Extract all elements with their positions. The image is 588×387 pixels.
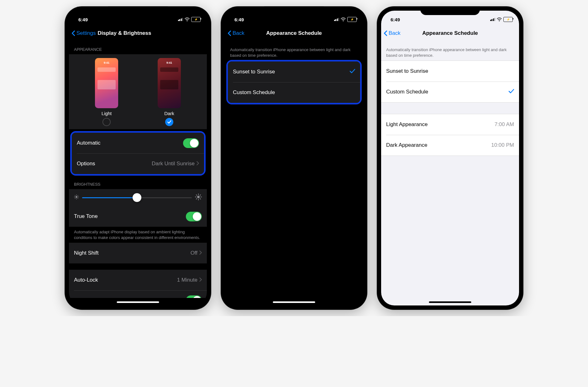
phone-display-brightness: 6:49 ⚡ Settings Display & Brightness APP… (65, 6, 211, 310)
back-button[interactable]: Settings (71, 30, 96, 36)
battery-icon: ⚡ (503, 17, 513, 22)
automatic-row[interactable]: Automatic (72, 133, 204, 153)
nightshift-row[interactable]: Night Shift Off (69, 243, 207, 263)
status-time: 6:49 (75, 17, 88, 22)
sunset-label: Sunset to Sunrise (386, 68, 428, 74)
truetone-row[interactable]: True Tone (69, 206, 207, 227)
dark-preview-thumb: 9:41 (158, 58, 181, 108)
home-indicator[interactable] (117, 301, 159, 303)
automatic-label: Automatic (77, 140, 101, 146)
battery-icon: ⚡ (191, 17, 201, 22)
partial-toggle[interactable] (186, 295, 202, 298)
notch (420, 6, 480, 15)
battery-icon: ⚡ (347, 17, 357, 22)
cellular-icon (334, 18, 339, 21)
checkmark-icon (508, 88, 514, 96)
schedule-intro: Automatically transition iPhone appearan… (381, 40, 519, 61)
back-button[interactable]: Back (384, 30, 401, 36)
light-appearance-time: 7:00 AM (495, 121, 514, 128)
options-row[interactable]: Options Dark Until Sunrise (72, 153, 204, 174)
sunset-label: Sunset to Sunrise (233, 69, 275, 75)
notch (264, 6, 324, 15)
sun-small-icon (74, 194, 79, 201)
cellular-icon (178, 18, 183, 21)
nightshift-label: Night Shift (74, 250, 98, 256)
page-title: Display & Brightness (97, 30, 151, 36)
sun-large-icon (195, 194, 202, 202)
home-indicator[interactable] (429, 301, 471, 303)
highlight-automatic: Automatic Options Dark Until Sunrise (70, 131, 206, 176)
dark-appearance-label: Dark Appearance (386, 142, 427, 148)
truetone-footer: Automatically adapt iPhone display based… (69, 227, 207, 243)
status-time: 6:49 (231, 17, 244, 22)
phone-appearance-schedule-dark: 6:49 ⚡ Back Appearance Schedule Automati… (221, 6, 367, 310)
sunset-to-sunrise-row[interactable]: Sunset to Sunrise (228, 61, 360, 82)
light-appearance-row[interactable]: Light Appearance 7:00 AM (381, 114, 519, 135)
back-label: Back (389, 30, 401, 36)
status-time: 6:49 (387, 17, 400, 22)
cellular-icon (490, 18, 496, 21)
back-button[interactable]: Back (228, 30, 244, 36)
chevron-right-icon (197, 161, 199, 167)
appearance-light-option[interactable]: 9:41 Light (95, 58, 118, 126)
dark-label: Dark (158, 111, 181, 116)
autolock-value: 1 Minute (177, 277, 197, 283)
truetone-label: True Tone (74, 213, 98, 220)
autolock-row[interactable]: Auto-Lock 1 Minute (69, 270, 207, 290)
checkmark-icon (349, 68, 355, 76)
appearance-dark-option[interactable]: 9:41 Dark (158, 58, 181, 126)
chevron-right-icon (199, 250, 202, 256)
highlight-schedule: Sunset to Sunrise Custom Schedule (226, 60, 362, 104)
custom-schedule-row[interactable]: Custom Schedule (228, 82, 360, 103)
light-radio[interactable] (102, 118, 111, 126)
page-title: Appearance Schedule (225, 30, 363, 36)
brightness-slider[interactable] (82, 197, 192, 198)
chevron-left-icon (384, 30, 387, 36)
options-value: Dark Until Sunrise (152, 161, 195, 167)
wifi-icon (185, 17, 190, 22)
dark-appearance-time: 10:00 PM (491, 142, 514, 148)
automatic-toggle[interactable] (183, 138, 199, 148)
page-title: Appearance Schedule (381, 30, 519, 36)
truetone-toggle[interactable] (186, 212, 202, 221)
dark-radio[interactable] (165, 118, 173, 126)
back-label: Back (233, 30, 244, 36)
sunset-to-sunrise-row[interactable]: Sunset to Sunrise (381, 61, 519, 82)
wifi-icon (497, 17, 502, 22)
schedule-intro: Automatically transition iPhone appearan… (225, 40, 363, 61)
custom-label: Custom Schedule (386, 89, 428, 95)
chevron-left-icon (71, 30, 75, 36)
home-indicator[interactable] (273, 301, 315, 303)
options-label: Options (77, 161, 95, 167)
nav-bar: Back Appearance Schedule (381, 26, 519, 40)
custom-schedule-row[interactable]: Custom Schedule (381, 82, 519, 102)
appearance-header: APPEARANCE (69, 40, 207, 54)
notch (108, 6, 168, 15)
phone-appearance-schedule-light: 6:49 ⚡ Back Appearance Schedule Automati… (377, 6, 523, 310)
brightness-header: BRIGHTNESS (69, 175, 207, 189)
brightness-slider-row (69, 189, 207, 206)
custom-label: Custom Schedule (233, 89, 275, 96)
autolock-label: Auto-Lock (74, 277, 98, 283)
light-label: Light (95, 111, 118, 116)
chevron-right-icon (199, 277, 202, 283)
light-preview-thumb: 9:41 (95, 58, 118, 108)
nav-bar: Settings Display & Brightness (69, 26, 207, 40)
back-label: Settings (76, 30, 96, 36)
nightshift-value: Off (191, 250, 197, 256)
chevron-left-icon (228, 30, 231, 36)
nav-bar: Back Appearance Schedule (225, 26, 363, 40)
dark-appearance-row[interactable]: Dark Appearance 10:00 PM (381, 135, 519, 156)
wifi-icon (341, 17, 346, 22)
light-appearance-label: Light Appearance (386, 121, 428, 128)
partial-row[interactable] (69, 290, 207, 298)
